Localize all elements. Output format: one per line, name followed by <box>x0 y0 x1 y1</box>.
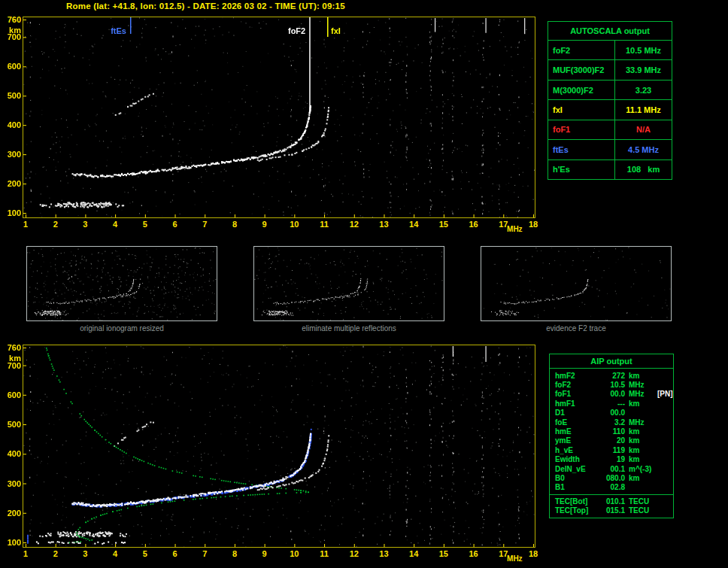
aip-lab: B1 <box>555 483 602 491</box>
aip-extra: [PN] <box>657 390 673 398</box>
autoscala-output-table: AUTOSCALA output foF210.5 MHzMUF(3000)F2… <box>548 21 672 180</box>
aip-lab: foF2 <box>555 381 602 389</box>
autoscala-table-rows: foF210.5 MHzMUF(3000)F233.9 MHzM(3000)F2… <box>548 41 672 179</box>
aip-unit: MHz <box>629 418 657 427</box>
y-axis-unit-label: km <box>0 354 21 363</box>
thumbnail-canvas-3 <box>481 247 671 320</box>
y-tick-label: 300 <box>2 150 21 159</box>
x-tick-label: 16 <box>467 549 481 558</box>
aip-row-ymE: ymE20km <box>550 436 673 445</box>
y-tick-label: 200 <box>2 179 21 188</box>
aip-unit: TECU <box>629 497 657 506</box>
y-axis-unit-label: km <box>0 26 21 35</box>
aip-val: 00.1 <box>602 465 629 473</box>
aip-val: 015.1 <box>602 506 629 515</box>
autoscala-table-title: AUTOSCALA output <box>548 22 672 41</box>
aip-lab: hmF1 <box>555 399 602 408</box>
x-tick-label: 5 <box>138 549 152 558</box>
aip-row-TEC[Top]: TEC[Top]015.1TECU <box>550 506 673 515</box>
aip-unit: MHz <box>629 381 657 389</box>
autoscala-row-label: foF1 <box>548 120 615 139</box>
aip-table-rows: hmF2272kmfoF210.5MHzfoF100.0MHz[PN]hmF1-… <box>550 371 673 492</box>
aip-lab: TEC[Bot] <box>555 497 602 506</box>
bottom-ionogram-panel <box>23 345 535 548</box>
thumbnail-f2-trace <box>481 246 672 321</box>
x-tick-label: 18 <box>526 220 540 229</box>
aip-lab: foE <box>555 418 602 427</box>
aip-val: 02.8 <box>602 483 629 491</box>
x-tick-label: 11 <box>317 220 331 229</box>
aip-lab: hmF2 <box>555 372 602 380</box>
aip-unit: km <box>629 372 657 380</box>
caption-original-ionogram: original ionogram resized <box>26 324 217 333</box>
autoscala-row-value: 33.9 MHz <box>615 60 672 79</box>
aip-val: 00.0 <box>602 390 629 398</box>
x-tick-label: 6 <box>168 220 182 229</box>
aip-lab: DelN_vE <box>555 465 602 473</box>
aip-val: 19 <box>602 455 629 463</box>
autoscala-row-value: 4.5 MHz <box>615 140 672 159</box>
top-ionogram-panel <box>23 17 535 218</box>
x-tick-label: 15 <box>437 220 450 229</box>
x-tick-label: 12 <box>347 220 361 229</box>
autoscala-app-window: Rome (lat: +41.8, lon: 012.5) - DATE: 20… <box>0 0 728 568</box>
aip-unit: km <box>629 399 657 408</box>
x-tick-label: 14 <box>407 549 420 558</box>
x-tick-label: 18 <box>526 549 540 558</box>
station-date-time-title: Rome (lat: +41.8, lon: 012.5) - DATE: 20… <box>66 2 345 11</box>
x-tick-label: 15 <box>437 549 450 558</box>
autoscala-row-label: fxI <box>548 100 615 119</box>
aip-row-hmF2: hmF2272km <box>550 371 673 380</box>
top-ionogram-canvas <box>23 17 535 217</box>
aip-unit: km <box>629 446 657 454</box>
x-tick-label: 10 <box>287 549 301 558</box>
aip-row-foE: foE3.2MHz <box>550 418 673 427</box>
aip-val: 119 <box>602 446 629 454</box>
aip-val: --- <box>602 399 629 408</box>
x-tick-label: 1 <box>19 220 32 229</box>
aip-lab: hmE <box>555 427 602 436</box>
aip-lab: TEC[Top] <box>555 506 602 515</box>
autoscala-row-value: 11.1 MHz <box>615 100 672 119</box>
autoscala-row-value: 3.23 <box>615 80 672 99</box>
aip-row-DelN_vE: DelN_vE00.1m^(-3) <box>550 464 673 473</box>
x-tick-label: 2 <box>49 549 62 558</box>
x-tick-label: 14 <box>407 220 420 229</box>
y-tick-label: 500 <box>2 420 21 429</box>
x-tick-label: 16 <box>467 220 481 229</box>
autoscala-row-label: h'Es <box>548 160 615 179</box>
aip-row-hmF1: hmF1---km <box>550 399 673 408</box>
aip-lab: h_vE <box>555 446 602 454</box>
x-tick-label: 1 <box>19 549 32 558</box>
y-tick-label: 760 <box>2 15 21 24</box>
aip-val: 20 <box>602 436 629 445</box>
x-tick-label: 9 <box>258 220 271 229</box>
aip-lab: D1 <box>555 409 602 417</box>
autoscala-row-label: MUF(3000)F2 <box>548 60 615 79</box>
x-tick-label: 13 <box>377 549 390 558</box>
x-tick-label: 8 <box>228 549 241 558</box>
aip-row-hmE: hmE110km <box>550 427 673 436</box>
aip-lab: B0 <box>555 474 602 482</box>
aip-table-title: AIP output <box>550 354 673 369</box>
autoscala-row-M(3000)F2: M(3000)F23.23 <box>548 80 672 100</box>
thumbnail-original-ionogram <box>26 246 217 321</box>
aip-val: 080.0 <box>602 474 629 482</box>
y-tick-label: 400 <box>2 120 21 129</box>
aip-row-foF1: foF100.0MHz[PN] <box>550 390 673 399</box>
caption-evidence-f2-trace: evidence F2 trace <box>481 324 672 333</box>
y-tick-label: 600 <box>2 62 21 71</box>
x-tick-label: 12 <box>347 549 361 558</box>
x-tick-label: 6 <box>168 549 182 558</box>
aip-val: 010.1 <box>602 497 629 506</box>
aip-unit: m^(-3) <box>629 465 657 473</box>
aip-lab: Ewidth <box>555 455 602 463</box>
autoscala-row-value: 10.5 MHz <box>615 41 672 59</box>
bottom-ionogram-canvas <box>23 345 535 547</box>
y-tick-label: 600 <box>2 390 21 399</box>
x-tick-label: 11 <box>317 549 331 558</box>
aip-tec-rows: TEC[Bot]010.1TECUTEC[Top]015.1TECU <box>550 497 673 515</box>
aip-row-B1: B102.8 <box>550 483 673 492</box>
x-tick-label: 7 <box>198 549 211 558</box>
x-tick-label: 4 <box>108 549 122 558</box>
